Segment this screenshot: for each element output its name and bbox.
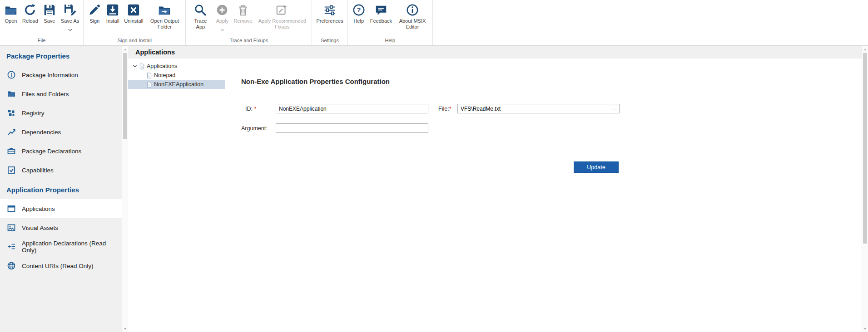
fixups-label: Apply Recommended Fixups xyxy=(257,18,308,30)
id-field-label: ID: * xyxy=(245,106,276,112)
feedback-button[interactable]: Feedback xyxy=(368,2,394,25)
chevron-down-icon xyxy=(220,25,224,33)
sidebar-item-application-declarations[interactable]: Application Declarations (Read Only) xyxy=(0,237,122,256)
apply-icon xyxy=(215,3,229,17)
main-panel: Applications Applications xyxy=(128,46,868,332)
tree-node-label: Applications xyxy=(147,63,177,69)
help-label: Help xyxy=(353,18,364,24)
ribbon-group-sign-install: Sign Install Uninstall xyxy=(84,0,186,45)
apply-label: Apply xyxy=(216,18,229,24)
tree-node-nonexeapplication[interactable]: NonEXEApplication xyxy=(128,80,225,89)
apply-recommended-fixups-button[interactable]: Apply Recommended Fixups xyxy=(254,2,310,31)
apply-button[interactable]: Apply xyxy=(213,2,231,34)
sidebar-item-label: Registry xyxy=(22,110,45,117)
open-button[interactable]: Open xyxy=(2,2,20,25)
sidebar-item-applications[interactable]: Applications xyxy=(0,199,122,218)
page-title: Applications xyxy=(135,49,175,56)
document-icon xyxy=(147,82,152,88)
about-msix-editor-button[interactable]: About MSIX Editor xyxy=(394,2,431,31)
argument-field-label: Argument: xyxy=(241,125,276,132)
feedback-icon xyxy=(374,3,388,17)
sign-label: Sign xyxy=(89,18,99,24)
scroll-up-arrow-icon[interactable]: ▲ xyxy=(862,46,868,53)
briefcase-icon xyxy=(7,146,16,156)
trace-app-button[interactable]: Trace App xyxy=(188,2,213,31)
help-button[interactable]: ? Help xyxy=(350,2,368,25)
uninstall-icon xyxy=(127,3,140,17)
save-button[interactable]: Save xyxy=(40,2,59,25)
uninstall-button[interactable]: Uninstall xyxy=(122,2,145,25)
file-field: … xyxy=(457,104,620,113)
save-as-icon xyxy=(63,3,77,17)
save-as-label: Save As xyxy=(61,18,79,24)
sidebar-item-files-and-folders[interactable]: Files and Folders xyxy=(0,84,122,103)
scrollbar-thumb[interactable] xyxy=(123,53,127,139)
group-label-settings: Settings xyxy=(314,36,345,45)
group-label-trace-fixups: Trace and Fixups xyxy=(188,36,310,45)
sidebar-item-package-declarations[interactable]: Package Declarations xyxy=(0,142,122,161)
scroll-down-arrow-icon[interactable]: ▼ xyxy=(862,325,868,332)
tree-node-applications[interactable]: Applications xyxy=(128,62,225,71)
reload-label: Reload xyxy=(22,18,38,24)
remove-label: Remove xyxy=(233,18,252,24)
sidebar-item-label: Package Information xyxy=(22,72,78,78)
preferences-label: Preferences xyxy=(316,18,343,24)
chevron-down-icon xyxy=(68,25,72,33)
ribbon-toolbar: Open Reload Save xyxy=(0,0,868,46)
folder-icon xyxy=(7,89,16,98)
reload-button[interactable]: Reload xyxy=(20,2,40,25)
save-as-button[interactable]: Save As xyxy=(59,2,81,34)
about-icon xyxy=(406,3,419,17)
scrollbar-thumb[interactable] xyxy=(863,53,867,244)
id-input[interactable] xyxy=(276,104,428,113)
scroll-up-arrow-icon[interactable]: ▲ xyxy=(122,46,128,53)
preferences-button[interactable]: Preferences xyxy=(314,2,345,25)
msix-editor-window: Open Reload Save xyxy=(0,0,868,332)
form-heading: Non-Exe Application Properties Configura… xyxy=(241,78,390,85)
sidebar-item-capabilities[interactable]: Capabilities xyxy=(0,161,122,180)
remove-button[interactable]: Remove xyxy=(231,2,254,25)
sidebar-item-label: Applications xyxy=(22,205,55,212)
sidebar-heading-package-properties: Package Properties xyxy=(0,46,122,65)
save-label: Save xyxy=(44,18,55,24)
open-output-folder-icon xyxy=(158,3,171,17)
sidebar-item-content-uris[interactable]: Content URIs (Read Only) xyxy=(0,256,122,275)
preferences-icon xyxy=(323,3,337,17)
document-icon xyxy=(139,63,144,69)
update-button[interactable]: Update xyxy=(574,161,619,173)
sidebar-item-registry[interactable]: Registry xyxy=(0,103,122,122)
install-button[interactable]: Install xyxy=(104,2,122,25)
required-asterisk: * xyxy=(254,106,256,112)
save-icon xyxy=(43,3,56,17)
open-output-folder-button[interactable]: Open Output Folder xyxy=(145,2,184,31)
document-icon xyxy=(147,73,152,78)
sidebar-item-package-information[interactable]: Package Information xyxy=(0,65,122,84)
file-input[interactable] xyxy=(458,105,610,113)
tree-node-notepad[interactable]: Notepad xyxy=(128,71,225,80)
dependencies-icon xyxy=(7,127,16,137)
tree-node-label: Notepad xyxy=(154,72,175,78)
tree-node-label: NonEXEApplication xyxy=(154,81,203,88)
ribbon-group-trace-fixups: Trace App Apply Remove xyxy=(186,0,312,45)
sidebar-item-visual-assets[interactable]: Visual Assets xyxy=(0,218,122,237)
ribbon-group-help: ? Help Feedback About MSIX Editor xyxy=(348,0,433,45)
app-window-icon xyxy=(7,204,16,213)
sidebar-item-dependencies[interactable]: Dependencies xyxy=(0,122,122,142)
sidebar-item-label: Content URIs (Read Only) xyxy=(22,263,94,269)
help-icon: ? xyxy=(352,3,366,17)
ribbon-group-file: Open Reload Save xyxy=(0,0,84,45)
browse-button[interactable]: … xyxy=(610,104,619,113)
scroll-down-arrow-icon[interactable]: ▼ xyxy=(122,325,128,332)
remove-icon xyxy=(236,3,250,17)
sidebar-item-label: Files and Folders xyxy=(22,91,69,98)
registry-icon xyxy=(7,108,16,117)
image-icon xyxy=(7,223,16,232)
sign-button[interactable]: Sign xyxy=(85,2,104,25)
sidebar-item-label: Application Declarations (Read Only) xyxy=(22,240,122,254)
sidebar: Package Properties Package Information F… xyxy=(0,46,122,332)
uninstall-label: Uninstall xyxy=(124,18,143,24)
main-scrollbar[interactable]: ▲ ▼ xyxy=(862,46,868,332)
chevron-down-icon[interactable] xyxy=(133,64,137,68)
sidebar-scrollbar[interactable]: ▲ ▼ xyxy=(122,46,128,332)
argument-input[interactable] xyxy=(276,123,428,133)
